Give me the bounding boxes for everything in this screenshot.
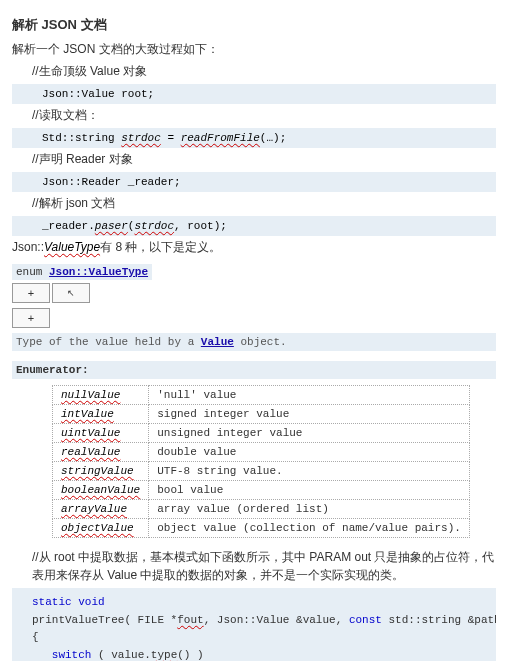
- enum-desc: object value (collection of name/value p…: [149, 519, 470, 538]
- plus-button-1[interactable]: +: [12, 283, 50, 303]
- table-row: uintValueunsigned integer value: [53, 424, 470, 443]
- enumerator-table: nullValue'null' valueintValuesigned inte…: [52, 385, 470, 538]
- enum-name: arrayValue: [61, 503, 127, 515]
- comment-4: //解析 json 文档: [12, 194, 496, 212]
- table-row: stringValueUTF-8 string value.: [53, 462, 470, 481]
- enum-desc: bool value: [149, 481, 470, 500]
- collapse-icon[interactable]: ↖: [52, 283, 90, 303]
- table-row: realValuedouble value: [53, 443, 470, 462]
- intro-text: 解析一个 JSON 文档的大致过程如下：: [12, 40, 496, 58]
- enum-name: stringValue: [61, 465, 134, 477]
- comment-2: //读取文档：: [12, 106, 496, 124]
- extract-para: //从 root 中提取数据，基本模式如下函数所示，其中 PARAM out 只…: [12, 548, 496, 584]
- page-title: 解析 JSON 文档: [12, 16, 496, 34]
- enum-desc: signed integer value: [149, 405, 470, 424]
- value-link[interactable]: Value: [201, 336, 234, 348]
- table-row: booleanValuebool value: [53, 481, 470, 500]
- comment-3: //声明 Reader 对象: [12, 150, 496, 168]
- enum-name: intValue: [61, 408, 114, 420]
- table-row: intValuesigned integer value: [53, 405, 470, 424]
- enum-name: nullValue: [61, 389, 120, 401]
- typeof-line: Type of the value held by a Value object…: [12, 333, 496, 351]
- enum-name: uintValue: [61, 427, 120, 439]
- table-row: objectValueobject value (collection of n…: [53, 519, 470, 538]
- enum-name: booleanValue: [61, 484, 140, 496]
- table-row: nullValue'null' value: [53, 386, 470, 405]
- valuetype-link[interactable]: Json::ValueType: [49, 266, 148, 278]
- comment-1: //生命顶级 Value 对象: [12, 62, 496, 80]
- enum-name: realValue: [61, 446, 120, 458]
- enum-desc: UTF-8 string value.: [149, 462, 470, 481]
- code-4: _reader.paser(strdoc, root);: [12, 216, 496, 236]
- enum-desc: unsigned integer value: [149, 424, 470, 443]
- enum-desc: 'null' value: [149, 386, 470, 405]
- enum-declaration: enum Json::ValueType: [12, 264, 152, 280]
- enum-name: objectValue: [61, 522, 134, 534]
- valuetype-line: Json::ValueType有 8 种，以下是定义。: [12, 238, 496, 256]
- code-3: Json::Reader _reader;: [12, 172, 496, 192]
- enum-desc: array value (ordered list): [149, 500, 470, 519]
- code-1: Json::Value root;: [12, 84, 496, 104]
- code-2: Std::string strdoc = readFromFile(…);: [12, 128, 496, 148]
- enumerator-heading: Enumerator:: [12, 361, 496, 379]
- plus-button-2[interactable]: +: [12, 308, 50, 328]
- enum-desc: double value: [149, 443, 470, 462]
- table-row: arrayValuearray value (ordered list): [53, 500, 470, 519]
- code-print-value-tree: static void printValueTree( FILE *fout, …: [12, 588, 496, 661]
